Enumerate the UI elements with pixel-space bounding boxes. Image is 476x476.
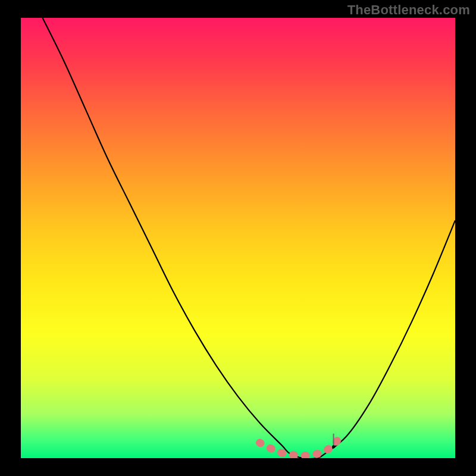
ideal-zone-curve xyxy=(260,434,343,456)
chart-frame: TheBottleneck.com xyxy=(0,0,476,476)
bottleneck-curve xyxy=(43,18,456,458)
chart-svg xyxy=(21,18,455,458)
plot-area xyxy=(21,18,455,458)
watermark-text: TheBottleneck.com xyxy=(347,2,470,18)
marker-dot xyxy=(332,445,335,448)
